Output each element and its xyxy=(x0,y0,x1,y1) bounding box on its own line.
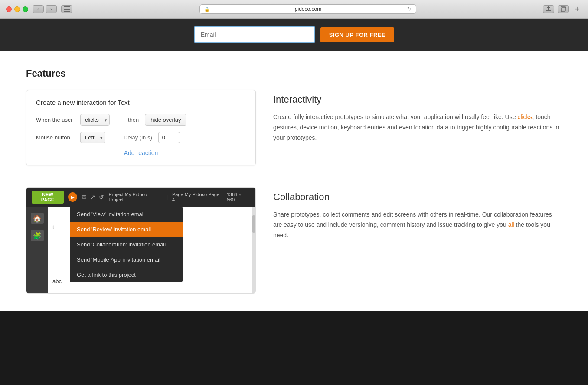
when-label: When the user xyxy=(36,116,75,123)
svg-rect-1 xyxy=(64,9,70,10)
header-bar: SIGN UP FOR FREE xyxy=(0,19,588,51)
right-panel-collaboration: Collaboration Share prototypes, collect … xyxy=(273,187,562,240)
play-button[interactable]: ▶ xyxy=(68,192,78,202)
right-panel-interactivity: Interactivity Create fully interactive p… xyxy=(273,90,562,143)
collab-toolbar: NEW PAGE ▶ ✉ ↗ ↺ Project My Pidoco Proje… xyxy=(26,188,255,207)
dropdown-item-mobile[interactable]: Send 'Mobile App' invitation email xyxy=(70,252,183,267)
browser-chrome: ‹ › 🔒 pidoco.com ↻ + xyxy=(0,0,588,19)
mouse-button-select-wrapper[interactable]: Left xyxy=(80,132,105,143)
clicks-select[interactable]: clicks xyxy=(80,114,110,126)
dropdown-item-review[interactable]: Send 'Review' invitation email xyxy=(70,222,183,237)
email-input[interactable] xyxy=(194,26,315,43)
interactivity-text: Create fully interactive prototypes to s… xyxy=(273,112,562,143)
tab-overview-button[interactable] xyxy=(558,5,569,13)
mouse-button-label: Mouse button xyxy=(36,134,75,141)
collaboration-text: Share prototypes, collect comments and e… xyxy=(273,210,562,240)
toolbar-project-text: Project My Pidoco Project xyxy=(108,192,162,202)
toolbar-icons: ✉ ↗ ↺ xyxy=(82,194,104,201)
features-grid-collaboration: NEW PAGE ▶ ✉ ↗ ↺ Project My Pidoco Proje… xyxy=(26,187,562,294)
collab-text-abc: abc xyxy=(52,278,62,285)
card-title: Create a new interaction for Text xyxy=(36,99,246,106)
share-toolbar-icon[interactable]: ↗ xyxy=(90,194,95,201)
back-button[interactable]: ‹ xyxy=(33,5,44,13)
close-button[interactable] xyxy=(6,6,12,12)
dropdown-item-collab[interactable]: Send 'Collaboration' invitation email xyxy=(70,237,183,252)
url-display: pidoco.com xyxy=(212,6,405,12)
new-page-button[interactable]: NEW PAGE xyxy=(32,191,64,204)
share-button[interactable] xyxy=(543,5,554,13)
signup-button[interactable]: SIGN UP FOR FREE xyxy=(320,27,395,42)
hide-overlay-button[interactable]: hide overlay xyxy=(145,114,186,126)
new-tab-button[interactable]: + xyxy=(572,4,582,14)
delay-input[interactable] xyxy=(158,132,180,143)
interactivity-title: Interactivity xyxy=(273,94,562,105)
svg-rect-3 xyxy=(546,10,551,11)
when-row: When the user clicks then hide overlay xyxy=(36,114,246,126)
scrollbar-thumb xyxy=(252,215,255,233)
reload-icon[interactable]: ↻ xyxy=(407,6,412,12)
then-label: then xyxy=(128,116,139,123)
collab-content: Send 'View' invitation email Send 'Revie… xyxy=(48,207,255,293)
lock-icon: 🔒 xyxy=(204,7,209,12)
svg-rect-2 xyxy=(64,11,70,12)
features-title: Features xyxy=(26,68,562,79)
add-reaction-link[interactable]: Add reaction xyxy=(36,149,246,156)
address-bar[interactable]: 🔒 pidoco.com ↻ xyxy=(199,4,416,14)
dropdown-menu: Send 'View' invitation email Send 'Revie… xyxy=(70,207,183,282)
mouse-button-select[interactable]: Left xyxy=(80,132,105,143)
email-icon[interactable]: ✉ xyxy=(82,194,87,201)
main-content: Features Create a new interaction for Te… xyxy=(0,51,588,311)
puzzle-icon[interactable]: 🧩 xyxy=(31,230,44,241)
dropdown-item-view[interactable]: Send 'View' invitation email xyxy=(70,207,183,222)
traffic-lights xyxy=(6,6,28,12)
minimize-button[interactable] xyxy=(14,6,20,12)
dropdown-item-link[interactable]: Get a link to this project xyxy=(70,267,183,282)
collab-scrollbar[interactable] xyxy=(252,207,255,293)
toolbar-dimensions: 1366 × 660 xyxy=(227,192,250,202)
home-icon[interactable]: 🏠 xyxy=(31,213,44,224)
collab-sidebar: 🏠 🧩 xyxy=(26,207,48,293)
left-panel-collaboration: NEW PAGE ▶ ✉ ↗ ↺ Project My Pidoco Proje… xyxy=(26,187,256,294)
collab-text-t: t xyxy=(52,224,54,230)
interaction-card: Create a new interaction for Text When t… xyxy=(26,90,256,165)
browser-actions: + xyxy=(543,4,582,14)
collab-mockup: NEW PAGE ▶ ✉ ↗ ↺ Project My Pidoco Proje… xyxy=(26,187,256,294)
clicks-select-wrapper[interactable]: clicks xyxy=(80,114,110,126)
fullscreen-button[interactable] xyxy=(23,6,28,12)
forward-button[interactable]: › xyxy=(46,5,57,13)
toolbar-sep: | xyxy=(167,194,168,200)
refresh-toolbar-icon[interactable]: ↺ xyxy=(99,194,104,201)
left-panel-interactivity: Create a new interaction for Text When t… xyxy=(26,90,256,165)
delay-label: Delay (in s) xyxy=(124,134,152,141)
toolbar-page-text: Page My Pidoco Page 4 xyxy=(172,192,222,202)
collaboration-title: Collaboration xyxy=(273,191,562,203)
collab-body: 🏠 🧩 Send 'View' invitation email Send 'R… xyxy=(26,207,255,293)
nav-buttons: ‹ › xyxy=(33,5,57,13)
sidebar-button[interactable] xyxy=(61,5,72,13)
features-grid-interactivity: Create a new interaction for Text When t… xyxy=(26,90,562,165)
svg-rect-0 xyxy=(64,6,70,7)
mouse-button-row: Mouse button Left Delay (in s) xyxy=(36,132,246,143)
